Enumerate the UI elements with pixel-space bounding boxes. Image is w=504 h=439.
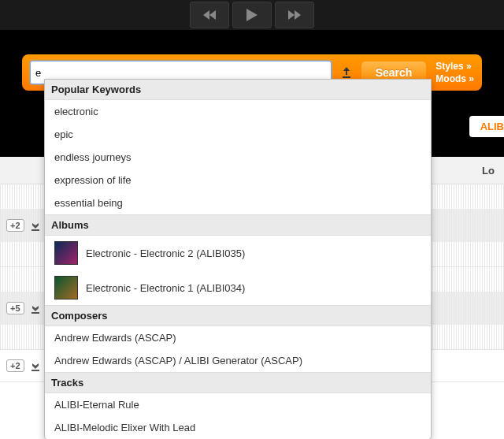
prev-track-button[interactable]: [190, 2, 229, 28]
variant-badge[interactable]: +5: [6, 302, 24, 314]
download-icon[interactable]: [29, 302, 42, 314]
dd-item-label: essential being: [54, 197, 123, 209]
dd-item-label: endless journeys: [54, 151, 132, 163]
styles-link[interactable]: Styles »: [435, 61, 474, 72]
download-icon[interactable]: [29, 219, 42, 232]
dd-keyword-item[interactable]: epic: [45, 123, 431, 146]
dd-section-header: Albums: [45, 214, 431, 236]
brand-tab[interactable]: ALIB: [469, 116, 504, 137]
search-links: Styles » Moods »: [435, 61, 474, 84]
variant-badge[interactable]: +2: [6, 359, 24, 372]
dd-album-item[interactable]: Electronic - Electronic 2 (ALIBI035): [45, 236, 431, 270]
moods-link[interactable]: Moods »: [435, 73, 474, 84]
col-loop: Lo: [476, 165, 501, 177]
dd-section-header: Composers: [45, 305, 431, 326]
dd-item-label: ALIBI-Melodic Elixer With Lead: [54, 422, 195, 433]
dd-composer-item[interactable]: Andrew Edwards (ASCAP): [45, 326, 431, 349]
album-thumb-icon: [54, 276, 78, 299]
dd-keyword-item[interactable]: endless journeys: [45, 146, 431, 169]
dd-item-label: electronic: [54, 106, 98, 117]
dd-composer-item[interactable]: Andrew Edwards (ASCAP) / ALIBI Generator…: [45, 349, 431, 372]
dd-item-label: expression of life: [54, 174, 132, 186]
variant-badge[interactable]: +2: [6, 219, 24, 232]
dd-section-header: Popular Keywords: [45, 80, 431, 100]
header-strip: [0, 31, 504, 48]
dd-track-item[interactable]: ALIBI-Eternal Rule: [45, 393, 431, 416]
dd-keyword-item[interactable]: expression of life: [45, 169, 431, 192]
autocomplete-dropdown: Popular Keywords electronic epic endless…: [44, 79, 432, 439]
album-thumb-icon: [54, 241, 78, 265]
dd-item-label: Andrew Edwards (ASCAP): [54, 332, 176, 344]
dd-item-label: ALIBI-Eternal Rule: [54, 399, 139, 411]
dd-track-item[interactable]: ALIBI-Melodic Elixer With Lead: [45, 416, 431, 439]
dd-keyword-item[interactable]: essential being: [45, 192, 431, 214]
dd-section-header: Tracks: [45, 372, 431, 393]
dd-item-label: Electronic - Electronic 2 (ALIBI035): [86, 247, 245, 259]
player-bar: [0, 0, 504, 31]
next-track-button[interactable]: [275, 2, 314, 28]
play-button[interactable]: [232, 2, 272, 28]
dd-keyword-item[interactable]: electronic: [45, 100, 431, 123]
dd-item-label: Andrew Edwards (ASCAP) / ALIBI Generator…: [54, 355, 302, 366]
download-icon[interactable]: [29, 359, 42, 372]
dd-album-item[interactable]: Electronic - Electronic 1 (ALIBI034): [45, 270, 431, 305]
dd-item-label: Electronic - Electronic 1 (ALIBI034): [86, 282, 245, 294]
dd-item-label: epic: [54, 128, 73, 140]
